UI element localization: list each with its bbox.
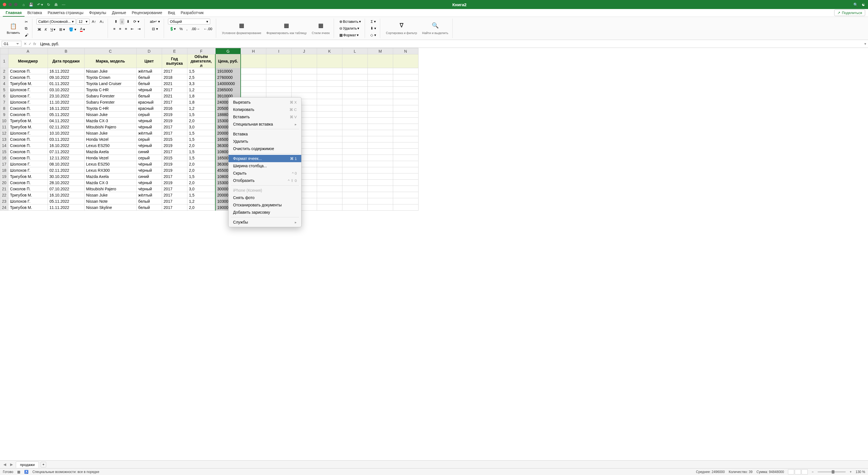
cell[interactable]: Nissan Juke xyxy=(84,111,136,118)
cell[interactable]: 1,2 xyxy=(187,87,215,93)
cell[interactable] xyxy=(342,80,368,87)
cell[interactable] xyxy=(241,74,266,80)
cell[interactable]: Шолохов Г. xyxy=(8,161,48,167)
cell[interactable]: 2015 xyxy=(162,136,187,142)
normal-view-icon[interactable] xyxy=(788,469,794,474)
cell[interactable] xyxy=(342,124,368,130)
cell[interactable] xyxy=(393,80,418,87)
cell[interactable] xyxy=(342,173,368,180)
cell[interactable]: 08.10.2022 xyxy=(48,161,84,167)
row-header-22[interactable]: 22 xyxy=(0,192,8,198)
cell[interactable]: Соколов П. xyxy=(8,180,48,186)
cell[interactable] xyxy=(368,105,393,111)
home-icon[interactable]: ⌂ xyxy=(23,3,25,7)
cell[interactable] xyxy=(317,54,342,68)
cell[interactable] xyxy=(317,142,342,149)
increase-decimal-icon[interactable]: .00→ xyxy=(190,26,201,32)
ribbon-tab-5[interactable]: Рецензирование xyxy=(129,9,165,16)
cell[interactable]: белый xyxy=(136,74,162,80)
cell[interactable] xyxy=(266,68,291,74)
ribbon-tab-2[interactable]: Разметка страницы xyxy=(45,9,86,16)
cell[interactable]: чёрный xyxy=(136,180,162,186)
cell[interactable]: Дата продажи xyxy=(48,54,84,68)
cell[interactable] xyxy=(342,180,368,186)
col-header-M[interactable]: M xyxy=(368,48,393,54)
ribbon-tab-1[interactable]: Вставка xyxy=(25,9,45,16)
cell[interactable]: Объём двигателя, л xyxy=(187,54,215,68)
cell[interactable] xyxy=(393,192,418,198)
cell[interactable]: 2019 xyxy=(162,111,187,118)
cell[interactable] xyxy=(317,192,342,198)
zoom-level[interactable]: 130 % xyxy=(856,470,865,474)
cell[interactable]: 04.11.2022 xyxy=(48,118,84,124)
clear-icon[interactable]: ◇ ▾ xyxy=(369,32,378,38)
formula-input[interactable]: Цена, руб. xyxy=(38,41,862,47)
cell[interactable]: Nissan Juke xyxy=(84,130,136,136)
cell[interactable] xyxy=(241,80,266,87)
cell[interactable]: синий xyxy=(136,173,162,180)
cell[interactable]: Mazda Axela xyxy=(84,173,136,180)
font-size-combo[interactable]: 12▾ xyxy=(76,19,90,25)
cell[interactable] xyxy=(393,93,418,99)
cell[interactable]: 2,0 xyxy=(187,180,215,186)
context-menu-item[interactable]: Удалить xyxy=(228,138,301,145)
number-format-combo[interactable]: Общий▾ xyxy=(168,19,210,25)
cell[interactable] xyxy=(317,204,342,211)
cell[interactable] xyxy=(393,54,418,68)
fx-icon[interactable]: fx xyxy=(33,42,36,46)
cell[interactable]: Mitsubishi Pajero xyxy=(84,186,136,192)
cell[interactable] xyxy=(368,149,393,155)
cell[interactable]: 2,0 xyxy=(187,204,215,211)
cell[interactable] xyxy=(342,130,368,136)
cell[interactable] xyxy=(317,68,342,74)
cell[interactable]: Шолохов Г. xyxy=(8,130,48,136)
cell[interactable] xyxy=(317,93,342,99)
cell[interactable]: Honda Vezel xyxy=(84,155,136,161)
cell[interactable]: 1,5 xyxy=(187,111,215,118)
cell[interactable] xyxy=(317,130,342,136)
cell[interactable] xyxy=(368,180,393,186)
cell[interactable] xyxy=(393,173,418,180)
cell[interactable]: Шолохов Г. xyxy=(8,198,48,204)
cell[interactable] xyxy=(266,74,291,80)
wrap-text-icon[interactable]: ab↵ ▾ xyxy=(149,19,161,25)
row-header-13[interactable]: 13 xyxy=(0,136,8,142)
cell[interactable]: Mazda CX-3 xyxy=(84,118,136,124)
context-menu-item[interactable]: Копировать⌘ C xyxy=(228,106,301,113)
cell[interactable]: Шолохов Г. xyxy=(8,87,48,93)
cell[interactable]: 1,5 xyxy=(187,136,215,142)
decrease-font-icon[interactable]: A↓ xyxy=(98,19,105,25)
cell[interactable]: 2017 xyxy=(162,124,187,130)
cell[interactable]: 2017 xyxy=(162,173,187,180)
cell[interactable]: Соколов П. xyxy=(8,136,48,142)
cell[interactable]: 1,8 xyxy=(187,93,215,99)
format-table-button[interactable]: ▦Форматировать как таблицу xyxy=(265,21,308,36)
cell[interactable]: 30.10.2022 xyxy=(48,173,84,180)
cell[interactable]: 1910000 xyxy=(215,68,241,74)
page-layout-view-icon[interactable] xyxy=(795,469,801,474)
increase-indent-icon[interactable]: ⇥ xyxy=(136,26,142,32)
cell[interactable]: Менеджер xyxy=(8,54,48,68)
cell[interactable]: 1,5 xyxy=(187,155,215,161)
cell[interactable]: 2,5 xyxy=(187,74,215,80)
cell[interactable] xyxy=(368,87,393,93)
cell[interactable]: 2017 xyxy=(162,68,187,74)
cell[interactable]: 1,2 xyxy=(187,198,215,204)
cell[interactable]: 2017 xyxy=(162,87,187,93)
cell[interactable] xyxy=(241,87,266,93)
cell[interactable]: 11.10.2022 xyxy=(48,99,84,105)
cell[interactable] xyxy=(393,161,418,167)
cell[interactable]: 1,5 xyxy=(187,192,215,198)
cell[interactable]: 2019 xyxy=(162,180,187,186)
cell[interactable]: 2017 xyxy=(162,204,187,211)
cell[interactable]: 2016 xyxy=(162,105,187,111)
cell[interactable] xyxy=(342,136,368,142)
cell[interactable]: 2,0 xyxy=(187,167,215,173)
col-header-B[interactable]: B xyxy=(48,48,84,54)
add-sheet-button[interactable]: + xyxy=(40,462,46,467)
context-menu-item[interactable]: Очистить содержимое xyxy=(228,145,301,152)
cell[interactable]: Цвет xyxy=(136,54,162,68)
cell[interactable]: 1,2 xyxy=(187,105,215,111)
cell[interactable] xyxy=(393,167,418,173)
row-header-3[interactable]: 3 xyxy=(0,74,8,80)
